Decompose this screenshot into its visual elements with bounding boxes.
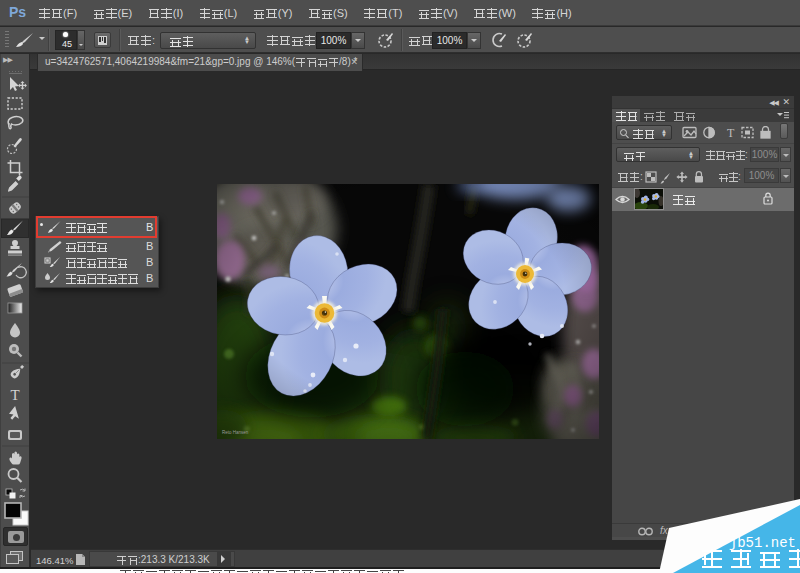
svg-text:Reto Hansen: Reto Hansen	[222, 430, 249, 435]
svg-text:T: T	[727, 126, 735, 140]
